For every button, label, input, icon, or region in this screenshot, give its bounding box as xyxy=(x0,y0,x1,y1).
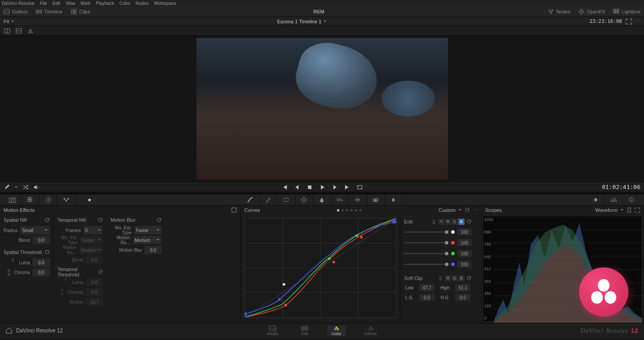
topbar-openfx[interactable]: OpenFX xyxy=(578,9,605,15)
intensity-slider-g[interactable] xyxy=(404,253,448,254)
next-frame-icon[interactable] xyxy=(332,184,338,190)
camera-raw-icon[interactable] xyxy=(4,194,21,206)
channel-b[interactable]: B xyxy=(458,219,465,225)
stop-icon[interactable] xyxy=(307,184,313,190)
blend-input[interactable]: 0.0 xyxy=(33,236,50,244)
intensity-b[interactable]: 100 xyxy=(457,261,472,268)
topbar-clips[interactable]: Clips xyxy=(71,9,90,15)
softclip-channel-select[interactable]: R G B xyxy=(445,275,465,281)
scopes-toggle-icon[interactable] xyxy=(605,194,623,206)
reset-icon[interactable] xyxy=(98,217,103,223)
shuffle-icon[interactable] xyxy=(22,184,29,190)
first-frame-icon[interactable] xyxy=(281,184,288,190)
reset-icon[interactable] xyxy=(98,269,103,275)
menu-color[interactable]: Color xyxy=(119,1,130,6)
collapse-icon[interactable] xyxy=(231,207,237,213)
home-icon[interactable] xyxy=(5,327,13,334)
intensity-slider-b[interactable] xyxy=(404,264,448,265)
play-icon[interactable] xyxy=(319,184,325,190)
channel-select[interactable]: Y R G B xyxy=(438,219,465,225)
menu-file[interactable]: File xyxy=(40,1,47,6)
curves-mode[interactable]: Custom xyxy=(439,207,456,213)
window-icon[interactable] xyxy=(277,194,295,206)
curve-graph[interactable] xyxy=(244,218,397,318)
intensity-slider-r[interactable] xyxy=(404,242,448,243)
mb-range-select[interactable]: Medium xyxy=(133,236,162,244)
low-input[interactable]: 47.7 xyxy=(419,284,435,291)
sizing-icon[interactable] xyxy=(349,194,367,206)
channel-r[interactable]: R xyxy=(445,219,451,225)
intensity-g[interactable]: 100 xyxy=(457,250,472,257)
more-icon[interactable]: ⋯ xyxy=(473,207,478,213)
link-icon[interactable] xyxy=(438,276,443,281)
highlight-icon[interactable] xyxy=(27,28,34,34)
scopes-mode[interactable]: Waveform xyxy=(595,207,618,213)
menu-nodes[interactable]: Nodes xyxy=(136,1,149,6)
reset-icon[interactable] xyxy=(44,250,50,255)
qualifier-icon[interactable] xyxy=(260,194,277,206)
intensity-y[interactable]: 100 xyxy=(457,228,472,236)
channel-y[interactable]: Y xyxy=(438,219,444,225)
viewer[interactable] xyxy=(0,36,644,182)
link-icon[interactable] xyxy=(6,268,11,276)
chevron-down-icon[interactable] xyxy=(14,185,18,189)
link-icon[interactable] xyxy=(431,219,436,224)
radius-select[interactable]: Small xyxy=(20,226,50,234)
primaries-bars-icon[interactable] xyxy=(57,194,75,206)
split-icon[interactable] xyxy=(15,28,22,34)
fullscreen-icon[interactable] xyxy=(626,18,632,25)
menu-playback[interactable]: Playback xyxy=(96,1,114,6)
expand-icon[interactable] xyxy=(635,207,640,213)
intensity-slider-y[interactable] xyxy=(404,232,448,232)
image-wipe-icon[interactable] xyxy=(4,28,11,34)
blur-icon[interactable] xyxy=(313,194,331,206)
topbar-nodes[interactable]: Nodes xyxy=(548,9,571,15)
last-frame-icon[interactable] xyxy=(344,184,350,190)
reset-icon[interactable] xyxy=(466,275,472,281)
topbar-timeline[interactable]: Timeline xyxy=(36,9,63,15)
topbar-lightbox[interactable]: Lightbox xyxy=(613,9,640,15)
high-input[interactable]: 51.1 xyxy=(455,284,470,291)
data-burn-icon[interactable] xyxy=(385,194,403,206)
hs-input[interactable]: 0.0 xyxy=(455,294,470,301)
menu-view[interactable]: View xyxy=(66,1,76,6)
color-wheels-icon[interactable] xyxy=(39,194,57,206)
fit-dropdown[interactable]: Fit xyxy=(4,19,9,24)
topbar-gallery[interactable]: Gallery xyxy=(4,9,28,15)
color-match-icon[interactable] xyxy=(21,194,39,206)
menu-mark[interactable]: Mark xyxy=(81,1,90,6)
menu-app[interactable]: DaVinci Resolve xyxy=(2,1,34,6)
channel-g[interactable]: G xyxy=(452,219,458,225)
more-icon[interactable]: ⋯ xyxy=(635,18,640,24)
mb-amount-input[interactable]: 0.0 xyxy=(145,246,162,254)
reset-icon[interactable] xyxy=(465,207,470,213)
curves-icon[interactable] xyxy=(242,194,260,206)
reset-icon[interactable] xyxy=(466,219,472,224)
reset-icon[interactable] xyxy=(156,217,162,223)
key-icon[interactable] xyxy=(331,194,349,206)
sc-channel-g[interactable]: G xyxy=(452,275,458,281)
tab-deliver[interactable]: Deliver xyxy=(360,326,382,336)
menu-edit[interactable]: Edit xyxy=(52,1,60,6)
timeline-label[interactable]: Escena 1 Timeline 1 xyxy=(277,19,321,24)
curves-page-dots[interactable] xyxy=(337,209,362,211)
chroma-input[interactable]: 0.0 xyxy=(33,268,50,276)
speaker-icon[interactable] xyxy=(33,184,39,190)
frames-select[interactable]: 0 xyxy=(83,226,103,234)
tracker-icon[interactable] xyxy=(295,194,313,206)
keyframes-icon[interactable] xyxy=(587,194,605,206)
sc-channel-b[interactable]: B xyxy=(458,275,465,281)
tab-color[interactable]: Color xyxy=(327,326,346,336)
intensity-r[interactable]: 100 xyxy=(457,239,472,246)
sc-channel-r[interactable]: R xyxy=(445,275,451,281)
mb-est-select[interactable]: Faster xyxy=(134,226,162,234)
tab-edit[interactable]: Edit xyxy=(297,326,313,336)
eyedropper-icon[interactable] xyxy=(4,184,10,190)
luma-input[interactable]: 0.0 xyxy=(33,258,50,267)
ls-input[interactable]: 0.0 xyxy=(419,294,435,301)
stereo-icon[interactable]: 3D xyxy=(367,194,385,206)
log-wheels-icon[interactable]: ★ xyxy=(81,194,98,206)
tab-media[interactable]: Media xyxy=(262,326,282,336)
loop-icon[interactable] xyxy=(357,184,363,190)
reset-icon[interactable] xyxy=(44,217,50,223)
